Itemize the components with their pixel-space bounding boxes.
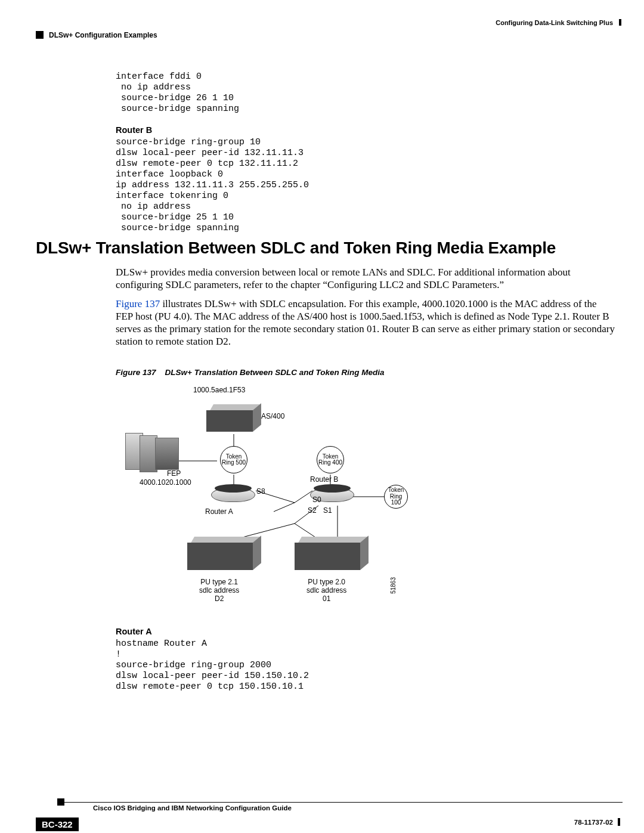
page-number: BC-322: [36, 817, 79, 831]
s1-label: S1: [323, 507, 332, 515]
as400-label: AS/400: [261, 413, 284, 421]
header-bar: [619, 19, 621, 26]
code-block-2: source-bridge ring-group 10 dlsw local-p…: [116, 137, 615, 234]
fep-label: FEP: [167, 470, 181, 478]
router-b-label: Router B: [310, 476, 338, 484]
pu21-label: PU type 2.1 sdlc address D2: [199, 578, 239, 603]
s2-label: S2: [308, 507, 317, 515]
para-2: Figure 137 illustrates DLSw+ with SDLC e…: [116, 298, 615, 348]
as400-shape: [206, 404, 258, 433]
token-ring-400: Token Ring 400: [317, 446, 344, 473]
header-section: DLSw+ Configuration Examples: [49, 31, 157, 39]
fep-mac-label: 4000.1020.1000: [140, 479, 191, 487]
main-heading: DLSw+ Translation Between SDLC and Token…: [36, 239, 556, 258]
pu20-shape: [295, 537, 366, 572]
page: Configuring Data-Link Switching Plus DLS…: [0, 0, 644, 833]
pu21-shape: [187, 537, 259, 572]
figure-caption-title: DLSw+ Translation Between SDLC and Token…: [165, 368, 385, 377]
doc-number: 78-11737-02: [574, 819, 613, 826]
para-1: DLSw+ provides media conversion between …: [116, 266, 615, 292]
figure-diagram: 1000.5aed.1F53 AS/400 FEP 4000.1020.1000…: [116, 386, 450, 613]
paragraphs: DLSw+ provides media conversion between …: [116, 266, 615, 354]
section-marker: [36, 31, 44, 39]
token-ring-100-label: Token Ring 100: [385, 487, 407, 506]
token-ring-500: Token Ring 500: [220, 446, 247, 473]
fep-shape: [125, 433, 177, 475]
code-block-1: interface fddi 0 no ip address source-br…: [116, 72, 615, 114]
body-area: interface fddi 0 no ip address source-br…: [116, 72, 615, 244]
figure-caption-prefix: Figure 137: [116, 368, 156, 377]
figure-ref-id: 51863: [390, 577, 397, 594]
token-ring-400-label: Token Ring 400: [317, 454, 343, 466]
figure-link[interactable]: Figure 137: [116, 298, 160, 309]
router-b-heading: Router B: [116, 125, 615, 135]
footer-rule: [63, 802, 623, 803]
router-a-section: Router A hostname Router A ! source-brid…: [116, 623, 615, 703]
token-ring-100: Token Ring 100: [384, 485, 408, 509]
header-chapter: Configuring Data-Link Switching Plus: [496, 19, 613, 26]
pu20-label: PU type 2.0 sdlc address 01: [306, 578, 346, 603]
router-a-label: Router A: [205, 508, 233, 516]
router-a-heading: Router A: [116, 627, 615, 636]
s0-label: S0: [312, 496, 321, 504]
router-a-shape: [211, 482, 255, 504]
s8-label: S8: [256, 488, 265, 496]
code-block-3: hostname Router A ! source-bridge ring-g…: [116, 639, 615, 692]
as400-mac-label: 1000.5aed.1F53: [193, 386, 245, 395]
figure-caption: Figure 137 DLSw+ Translation Between SDL…: [116, 368, 384, 377]
token-ring-500-label: Token Ring 500: [221, 454, 247, 466]
footer-guide: Cisco IOS Bridging and IBM Networking Co…: [93, 804, 292, 812]
para-2-rest: illustrates DLSw+ with SDLC encapsulatio…: [116, 298, 615, 348]
footer-small-bar: [618, 818, 620, 826]
